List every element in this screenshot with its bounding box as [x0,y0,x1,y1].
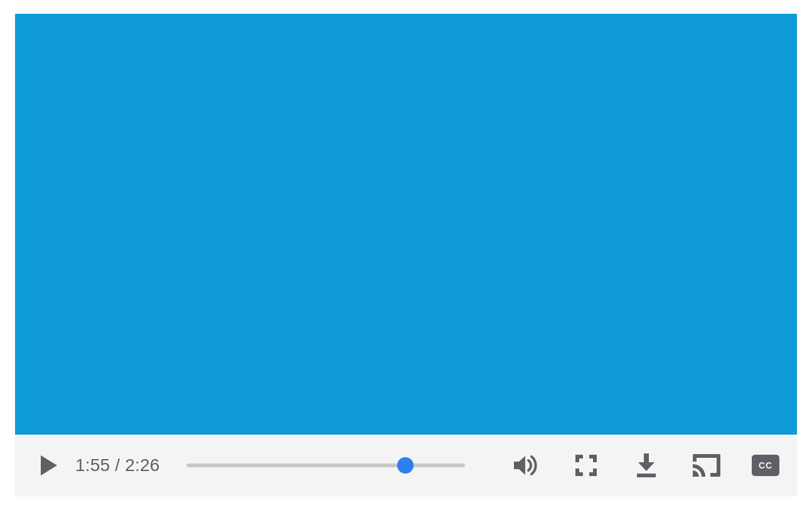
video-controls-bar: 1:55 / 2:26 [15,435,797,496]
time-display: 1:55 / 2:26 [75,455,160,475]
svg-rect-0 [637,474,656,477]
cast-button[interactable] [692,450,722,480]
download-button[interactable] [631,450,661,480]
play-icon [40,454,58,477]
download-icon [636,453,657,477]
seek-track [186,464,465,467]
time-separator: / [110,455,125,475]
cast-icon [693,454,720,477]
seek-slider[interactable] [186,450,465,480]
current-time: 1:55 [75,455,110,475]
fullscreen-icon [575,455,597,476]
video-canvas[interactable] [15,14,797,435]
volume-button[interactable] [511,450,541,480]
play-button[interactable] [34,450,64,480]
controls-right-group: CC [511,450,779,480]
captions-button[interactable]: CC [752,455,779,476]
fullscreen-button[interactable] [571,450,601,480]
captions-label: CC [759,460,772,470]
total-duration: 2:26 [125,455,159,475]
volume-icon [513,453,539,478]
video-player: 1:55 / 2:26 [15,14,797,496]
seek-thumb[interactable] [397,457,414,474]
